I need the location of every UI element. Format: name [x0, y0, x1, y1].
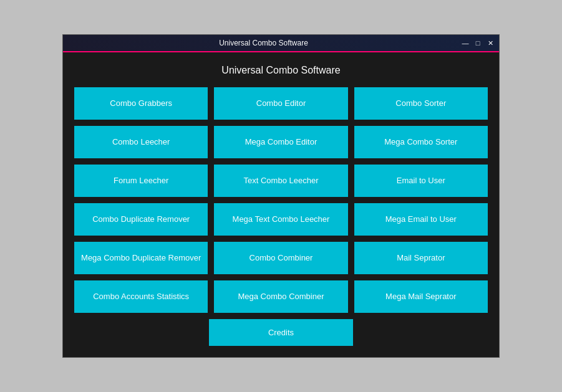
- window-title: Universal Combo Software: [67, 39, 460, 47]
- combo-grabbers-btn[interactable]: Combo Grabbers: [74, 87, 208, 120]
- mega-combo-combiner-btn[interactable]: Mega Combo Combiner: [214, 280, 347, 313]
- credits-btn[interactable]: Credits: [209, 319, 353, 346]
- combo-leecher-btn[interactable]: Combo Leecher: [74, 126, 208, 158]
- mega-mail-separator-btn[interactable]: Mega Mail Seprator: [354, 280, 488, 313]
- main-window: Universal Combo Software — □ ✕ Universal…: [62, 34, 500, 358]
- combo-duplicate-remover-btn[interactable]: Combo Duplicate Remover: [74, 203, 208, 236]
- app-title: Universal Combo Software: [74, 65, 488, 76]
- button-grid: Combo Grabbers Combo Editor Combo Sorter…: [74, 87, 488, 313]
- maximize-button[interactable]: □: [473, 39, 483, 47]
- window-controls: — □ ✕: [460, 39, 495, 47]
- mega-email-to-user-btn[interactable]: Mega Email to User: [354, 203, 488, 236]
- combo-sorter-btn[interactable]: Combo Sorter: [354, 87, 488, 120]
- title-bar: Universal Combo Software — □ ✕: [63, 35, 499, 52]
- email-to-user-btn[interactable]: Email to User: [354, 165, 488, 197]
- combo-combiner-btn[interactable]: Combo Combiner: [214, 242, 347, 274]
- window-content: Universal Combo Software Combo Grabbers …: [63, 52, 499, 357]
- forum-leecher-btn[interactable]: Forum Leecher: [74, 165, 208, 197]
- combo-accounts-statistics-btn[interactable]: Combo Accounts Statistics: [74, 280, 208, 313]
- close-button[interactable]: ✕: [485, 39, 495, 47]
- minimize-button[interactable]: —: [460, 39, 470, 47]
- mega-text-combo-leecher-btn[interactable]: Mega Text Combo Leecher: [214, 203, 347, 236]
- combo-editor-btn[interactable]: Combo Editor: [214, 87, 347, 120]
- mega-combo-duplicate-remover-btn[interactable]: Mega Combo Duplicate Remover: [74, 242, 208, 274]
- mail-separator-btn[interactable]: Mail Seprator: [354, 242, 488, 274]
- mega-combo-editor-btn[interactable]: Mega Combo Editor: [214, 126, 347, 158]
- text-combo-leecher-btn[interactable]: Text Combo Leecher: [214, 165, 347, 197]
- credits-row: Credits: [74, 319, 488, 346]
- mega-combo-sorter-btn[interactable]: Mega Combo Sorter: [354, 126, 488, 158]
